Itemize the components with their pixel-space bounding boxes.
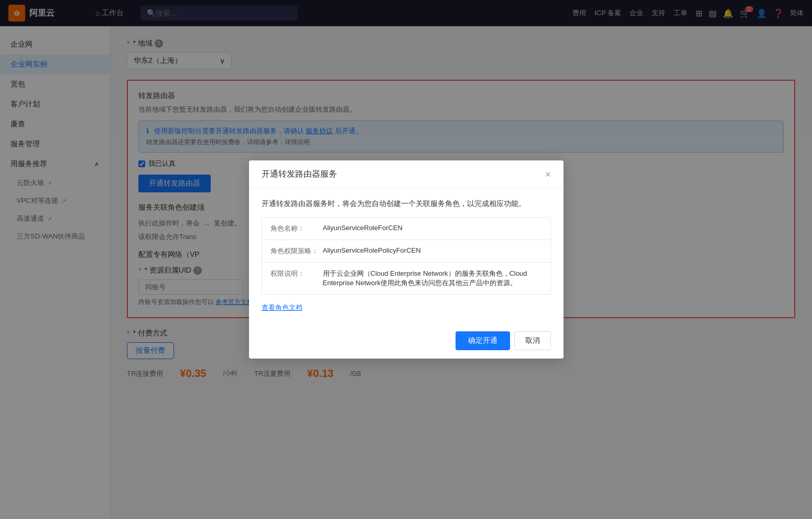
modal-close-button[interactable]: × [545, 170, 551, 179]
modal-table-value-2: 用于云企业网（Cloud Enterprise Network）的服务关联角色，… [323, 269, 542, 288]
view-doc-link[interactable]: 查看角色文档 [262, 303, 302, 312]
modal-table-label-2: 权限说明： [270, 269, 323, 288]
modal-table-value-0: AliyunServiceRoleForCEN [323, 224, 542, 233]
modal-overlay: 开通转发路由器服务 × 开通转发路由器服务时，将会为您自动创建一个关联服务角色，… [0, 0, 812, 519]
cancel-button[interactable]: 取消 [514, 331, 551, 350]
confirm-button[interactable]: 确定开通 [456, 331, 510, 350]
modal-title: 开通转发路由器服务 [262, 169, 337, 180]
modal-table-row-0: 角色名称： AliyunServiceRoleForCEN [262, 218, 550, 240]
modal-table-value-1: AliyunServiceRolePolicyForCEN [323, 246, 542, 256]
modal-header: 开通转发路由器服务 × [249, 160, 564, 189]
modal-table: 角色名称： AliyunServiceRoleForCEN 角色权限策略： Al… [262, 217, 551, 295]
modal-desc: 开通转发路由器服务时，将会为您自动创建一个关联服务角色，以完成相应功能。 [262, 199, 551, 209]
modal-table-label-1: 角色权限策略： [270, 246, 323, 256]
modal-dialog: 开通转发路由器服务 × 开通转发路由器服务时，将会为您自动创建一个关联服务角色，… [249, 160, 564, 359]
modal-table-row-1: 角色权限策略： AliyunServiceRolePolicyForCEN [262, 240, 550, 263]
modal-table-row-2: 权限说明： 用于云企业网（Cloud Enterprise Network）的服… [262, 263, 550, 294]
modal-table-label-0: 角色名称： [270, 224, 323, 233]
modal-footer: 确定开通 取消 [249, 323, 564, 359]
modal-body: 开通转发路由器服务时，将会为您自动创建一个关联服务角色，以完成相应功能。 角色名… [249, 189, 564, 323]
